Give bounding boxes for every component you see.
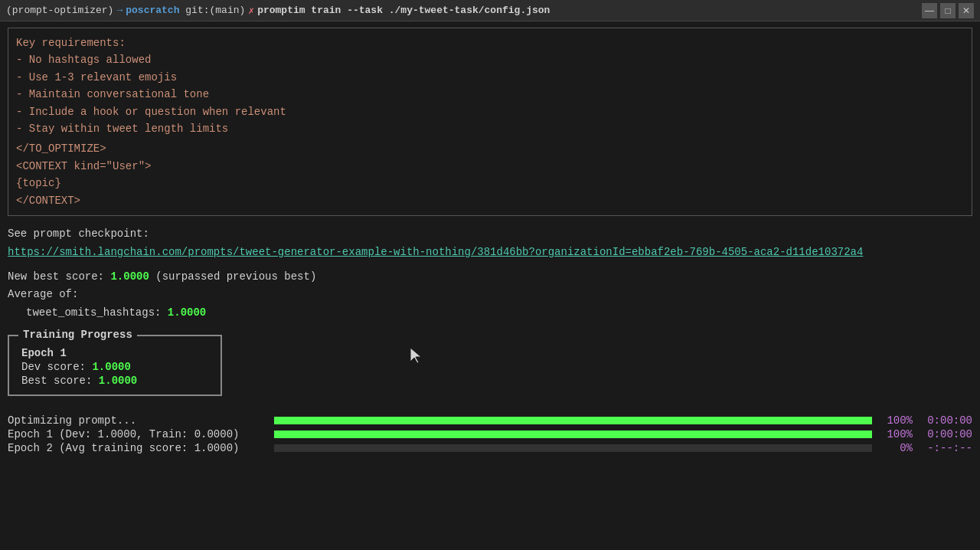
terminal: (prompt-optimizer) → poscratch git:(main… <box>0 0 980 550</box>
path-arrow: → <box>116 5 122 16</box>
code-line-0: Key requirements: <box>16 34 964 51</box>
training-best-score: Best score: 1.0000 <box>21 375 208 387</box>
path-prefix: (prompt-optimizer) <box>6 5 113 16</box>
checkpoint-url[interactable]: https://smith.langchain.com/prompts/twee… <box>8 244 972 262</box>
path-git: git:(main) <box>179 5 245 16</box>
progress-bar-fill-1 <box>274 431 872 438</box>
title-bar-controls: — □ ✕ <box>922 3 974 18</box>
minimize-button[interactable]: — <box>922 3 937 18</box>
path-command: promptim train --task ./my-tweet-task/co… <box>257 5 550 16</box>
new-best-score-row: New best score: 1.0000 (surpassed previo… <box>8 268 972 286</box>
progress-percent-1: 100% <box>878 428 913 440</box>
checkpoint-label: See prompt checkpoint: <box>8 225 972 244</box>
progress-row-2: Epoch 2 (Avg training score: 1.0000) 0% … <box>8 442 972 454</box>
progress-label-1: Epoch 1 (Dev: 1.0000, Train: 0.0000) <box>8 428 268 440</box>
code-line-6: </TO_OPTIMIZE> <box>16 140 964 157</box>
average-label: Average of: <box>8 286 972 304</box>
training-epoch: Epoch 1 <box>21 347 208 359</box>
training-dev-score: Dev score: 1.0000 <box>21 361 208 373</box>
code-line-9: </CONTEXT> <box>16 192 964 209</box>
training-box-wrapper: Training Progress Epoch 1 Dev score: 1.0… <box>0 326 980 405</box>
maximize-button[interactable]: □ <box>940 3 956 18</box>
progress-bar-1 <box>274 431 872 438</box>
progress-percent-2: 0% <box>878 442 913 454</box>
progress-percent-0: 100% <box>878 414 913 427</box>
progress-bar-0 <box>274 417 872 424</box>
code-line-5: - Stay within tweet length limits <box>16 120 964 137</box>
metric-row: tweet_omits_hashtags: 1.0000 <box>8 304 972 322</box>
code-line-8: {topic} <box>16 175 964 192</box>
progress-label-2: Epoch 2 (Avg training score: 1.0000) <box>8 442 268 454</box>
progress-time-1: 0:00:00 <box>919 428 972 440</box>
progress-time-0: 0:00:00 <box>919 414 972 427</box>
progress-row-0: Optimizing prompt... 100% 0:00:00 <box>8 414 972 427</box>
progress-label-0: Optimizing prompt... <box>8 414 268 427</box>
path-dir: poscratch <box>126 5 179 16</box>
code-line-1: - No hashtags allowed <box>16 51 964 68</box>
score-section: New best score: 1.0000 (surpassed previo… <box>0 265 980 326</box>
code-line-7: <CONTEXT kind="User"> <box>16 158 964 175</box>
code-line-2: - Use 1-3 relevant emojis <box>16 69 964 86</box>
checkpoint-section: See prompt checkpoint: https://smith.lan… <box>0 222 980 265</box>
path-x: ✗ <box>248 5 254 17</box>
code-line-3: - Maintain conversational tone <box>16 86 964 103</box>
code-box: Key requirements: - No hashtags allowed … <box>8 28 972 216</box>
progress-bar-fill-0 <box>274 417 872 424</box>
progress-bar-2 <box>274 444 872 452</box>
code-line-4: - Include a hook or question when releva… <box>16 103 964 120</box>
progress-time-2: -:--:-- <box>919 442 972 454</box>
progress-section: Optimizing prompt... 100% 0:00:00 Epoch … <box>0 411 980 459</box>
training-box: Training Progress Epoch 1 Dev score: 1.0… <box>8 335 222 396</box>
title-bar: (prompt-optimizer) → poscratch git:(main… <box>0 0 980 21</box>
close-button[interactable]: ✕ <box>959 3 974 18</box>
progress-row-1: Epoch 1 (Dev: 1.0000, Train: 0.0000) 100… <box>8 428 972 440</box>
training-box-title: Training Progress <box>18 329 137 341</box>
